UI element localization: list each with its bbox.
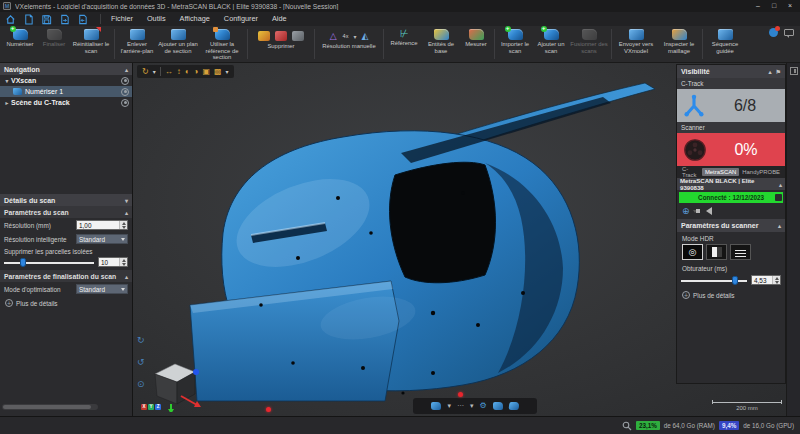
new-session-icon[interactable] bbox=[22, 14, 35, 25]
shutter-slider[interactable] bbox=[681, 276, 747, 285]
chevron-down-icon[interactable]: ▾ bbox=[470, 402, 474, 410]
chevron-down-icon[interactable]: ▾ bbox=[153, 66, 156, 78]
view-left-icon[interactable]: ◐ bbox=[185, 66, 190, 78]
maximize-button[interactable]: □ bbox=[767, 1, 781, 11]
manual-resolution-icon[interactable]: ◭ bbox=[361, 31, 368, 41]
ajouter-plan-section-button[interactable]: Ajouter un plan de section bbox=[157, 27, 199, 61]
feedback-icon[interactable] bbox=[784, 29, 794, 36]
navigation-header[interactable]: Navigation ▴ bbox=[0, 63, 132, 75]
isolated-patches-slider[interactable] bbox=[4, 258, 94, 267]
delete-mesh-icon[interactable] bbox=[292, 31, 304, 41]
collapse-icon[interactable]: ▴ bbox=[769, 68, 772, 75]
view-iso-icon[interactable]: ▩ bbox=[214, 66, 222, 78]
collapse-icon[interactable]: ▴ bbox=[125, 66, 128, 73]
collapse-icon[interactable]: ▴ bbox=[125, 273, 128, 280]
gpu-total-text: de 16,0 Go (GPU) bbox=[743, 422, 794, 429]
entites-de-base-button[interactable]: Entités de base bbox=[422, 27, 460, 61]
tree-item-numeriser-1[interactable]: Numériser 1 bbox=[0, 86, 132, 97]
display-settings-gear-icon[interactable]: ⚙ bbox=[479, 399, 486, 413]
close-button[interactable]: × bbox=[783, 1, 797, 11]
tree-item-vxscan[interactable]: ▾ VXscan bbox=[0, 75, 132, 86]
notification-icon[interactable] bbox=[769, 28, 778, 37]
export-session-icon[interactable] bbox=[76, 14, 89, 25]
smart-resolution-dropdown[interactable]: Standard bbox=[76, 234, 128, 244]
utiliser-reference-section-button[interactable]: Utiliser la référence de section bbox=[199, 27, 245, 61]
scanner-params-header[interactable]: Paramètres du scanner ▴ bbox=[677, 219, 785, 232]
mesh-edit-icon[interactable] bbox=[508, 402, 519, 410]
gpu-usage-badge: 9,4% bbox=[719, 421, 739, 430]
hdr-mode-standard-button[interactable]: ◎ bbox=[682, 244, 703, 260]
more-options-icon[interactable]: ⋯ bbox=[457, 402, 464, 410]
expander-icon[interactable]: ▾ bbox=[3, 78, 11, 84]
menu-fichier[interactable]: Fichier bbox=[104, 12, 140, 26]
device-header[interactable]: MetraSCAN BLACK | Elite 9390838 ▴ bbox=[677, 178, 785, 190]
hdr-mode-multi-button[interactable] bbox=[730, 244, 751, 260]
chevron-down-icon[interactable]: ▾ bbox=[353, 33, 356, 40]
visibility-panel: Visibilité ▴ ⚑ C-Track 6/8 Scanner bbox=[676, 64, 786, 384]
menu-affichage[interactable]: Affichage bbox=[173, 12, 217, 26]
mesh-view-icon[interactable] bbox=[493, 402, 503, 410]
orbit-icon[interactable]: ↻ bbox=[137, 335, 145, 345]
tab-metrascan[interactable]: MetraSCAN bbox=[702, 168, 739, 176]
resolution-4x-icon[interactable]: △ bbox=[330, 31, 337, 41]
collapsed-panel-icon[interactable] bbox=[790, 67, 798, 75]
speaker-icon[interactable] bbox=[706, 207, 712, 215]
scan-details-header[interactable]: Détails du scan ▾ bbox=[0, 194, 132, 206]
expander-icon[interactable]: ▸ bbox=[3, 100, 11, 106]
horizontal-scrollbar[interactable] bbox=[2, 404, 98, 410]
save-session-icon[interactable] bbox=[40, 14, 53, 25]
surface-display-icon[interactable] bbox=[431, 402, 441, 410]
visibility-eye-icon[interactable] bbox=[121, 77, 129, 85]
optimization-mode-dropdown[interactable]: Standard bbox=[76, 284, 128, 294]
rotate-view-icon[interactable]: ↻ bbox=[142, 66, 149, 78]
collapse-icon[interactable]: ▴ bbox=[779, 181, 782, 188]
hdr-mode-half-button[interactable] bbox=[706, 244, 727, 260]
collapse-icon[interactable]: ▴ bbox=[778, 222, 781, 229]
connection-info-icon[interactable] bbox=[775, 194, 782, 201]
chevron-down-icon[interactable]: ▾ bbox=[226, 66, 229, 78]
menu-configurer[interactable]: Configurer bbox=[217, 12, 265, 26]
visibility-eye-icon[interactable] bbox=[121, 88, 129, 96]
delete-targets-icon[interactable] bbox=[275, 31, 287, 41]
home-icon[interactable] bbox=[4, 14, 17, 25]
minimize-button[interactable]: – bbox=[751, 1, 765, 11]
viewport-display-toolbar: ▾ ⋯ ▾ ⚙ bbox=[413, 398, 537, 414]
collapse-icon[interactable]: ▾ bbox=[125, 197, 128, 204]
numeriser-button[interactable]: + Numériser bbox=[2, 27, 38, 61]
collapse-icon[interactable]: ▴ bbox=[125, 209, 128, 216]
mesurer-button[interactable]: Mesurer bbox=[460, 27, 492, 61]
chevron-down-icon[interactable]: ▾ bbox=[447, 402, 451, 410]
more-details-link[interactable]: + Plus de détails bbox=[0, 296, 132, 310]
flip-vertical-icon[interactable]: ↕ bbox=[177, 66, 181, 78]
ajouter-scan-button[interactable]: + Ajouter un scan bbox=[533, 27, 569, 61]
slider-handle[interactable] bbox=[20, 258, 26, 267]
targets-display-icon[interactable]: ⊕ bbox=[682, 206, 690, 216]
shutter-spinner[interactable]: 4,53 bbox=[751, 275, 781, 285]
rotate-ccw-icon[interactable]: ↺ bbox=[137, 357, 145, 367]
resolution-spinner[interactable]: 1,00 bbox=[76, 220, 128, 230]
scan-params-header[interactable]: Paramètres du scan ▴ bbox=[0, 206, 132, 218]
pin-icon[interactable]: ⚑ bbox=[776, 68, 781, 75]
envoyer-vxmodel-button[interactable]: Envoyer vers VXmodel bbox=[614, 27, 658, 61]
import-session-icon[interactable] bbox=[58, 14, 71, 25]
flip-horizontal-icon[interactable]: ↔ bbox=[165, 66, 173, 78]
slider-handle[interactable] bbox=[732, 276, 738, 285]
menu-outils[interactable]: Outils bbox=[140, 12, 173, 26]
finalize-params-header[interactable]: Paramètres de finalisation du scan ▴ bbox=[0, 270, 132, 282]
inspecter-maillage-button[interactable]: Inspecter le maillage bbox=[658, 27, 700, 61]
view-right-icon[interactable]: ◑ bbox=[194, 66, 199, 78]
scanner-more-details-link[interactable]: + Plus de détails bbox=[677, 288, 785, 302]
spin-icon[interactable]: ⊙ bbox=[137, 379, 145, 389]
reference-button[interactable]: ⊬ Référence bbox=[386, 27, 422, 61]
visibility-eye-icon[interactable] bbox=[121, 99, 129, 107]
delete-patches-icon[interactable] bbox=[258, 31, 270, 41]
importer-scan-button[interactable]: + Importer le scan bbox=[497, 27, 533, 61]
isolated-patches-spinner[interactable]: 10 bbox=[98, 257, 128, 267]
menu-aide[interactable]: Aide bbox=[265, 12, 294, 26]
view-front-icon[interactable]: ▣ bbox=[202, 66, 210, 78]
enlever-arriere-plan-button[interactable]: Enlever l'arrière-plan bbox=[117, 27, 157, 61]
tab-handyprobe[interactable]: HandyPROBE bbox=[739, 168, 783, 176]
sequence-guidee-button[interactable]: Séquence guidée bbox=[705, 27, 745, 61]
tree-item-scene-ctrack[interactable]: ▸ Scène du C-Track bbox=[0, 97, 132, 108]
reinitialiser-scan-button[interactable]: Réinitialiser le scan bbox=[70, 27, 112, 61]
